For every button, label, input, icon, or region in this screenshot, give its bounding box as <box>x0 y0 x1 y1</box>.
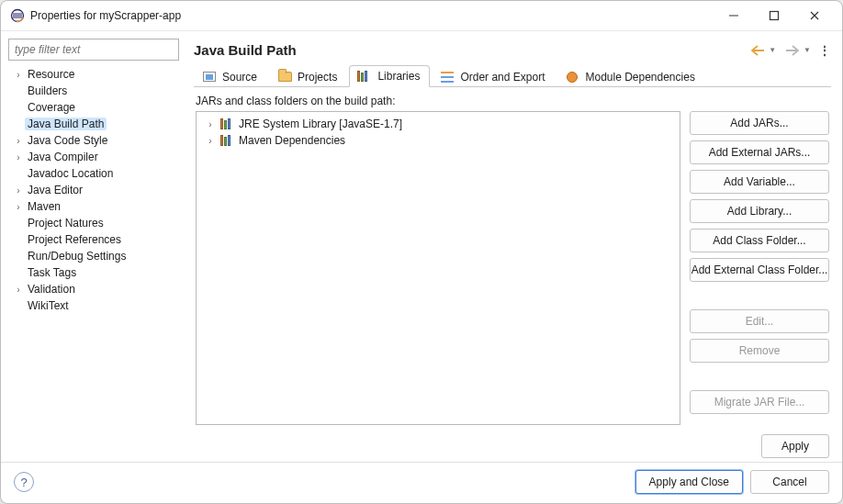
nav-item-run-debug-settings[interactable]: Run/Debug Settings <box>12 248 179 264</box>
apply-and-close-button[interactable]: Apply and Close <box>635 470 743 494</box>
remove-button: Remove <box>690 339 829 363</box>
chevron-right-icon: › <box>12 136 25 146</box>
library-icon <box>220 133 235 148</box>
library-item[interactable]: ›Maven Dependencies <box>200 132 676 149</box>
view-menu-icon[interactable]: ⋮ <box>818 43 831 58</box>
add-jars-button[interactable]: Add JARs... <box>690 111 829 135</box>
chevron-right-icon: › <box>12 185 25 196</box>
titlebar: Properties for myScrapper-app <box>1 1 842 30</box>
tab-libraries[interactable]: Libraries <box>349 65 430 87</box>
tab-source[interactable]: Source <box>194 65 267 87</box>
page-title: Java Build Path <box>194 42 748 58</box>
svg-rect-2 <box>770 12 779 20</box>
nav-item-label: Javadoc Location <box>25 167 116 180</box>
library-item[interactable]: ›JRE System Library [JavaSE-1.7] <box>200 116 676 132</box>
nav-item-label: Maven <box>25 200 63 213</box>
nav-item-maven[interactable]: ›Maven <box>12 198 179 215</box>
nav-item-label: Java Compiler <box>25 151 101 163</box>
nav-item-label: Validation <box>25 283 78 296</box>
order-icon <box>440 70 455 84</box>
chevron-right-icon: › <box>204 119 217 129</box>
nav-tree[interactable]: ›ResourceBuildersCoverageJava Build Path… <box>8 66 179 458</box>
folder-icon <box>277 70 292 84</box>
nav-item-javadoc-location[interactable]: Javadoc Location <box>12 165 179 182</box>
nav-item-label: Java Code Style <box>25 134 110 147</box>
chevron-right-icon: › <box>12 202 25 212</box>
back-button[interactable] <box>748 43 767 58</box>
nav-item-resource[interactable]: ›Resource <box>12 66 179 83</box>
forward-history-dropdown[interactable]: ▼ <box>804 46 811 54</box>
module-icon <box>565 70 579 84</box>
add-class-folder-button[interactable]: Add Class Folder... <box>690 229 829 252</box>
nav-item-coverage[interactable]: Coverage <box>12 99 179 116</box>
tab-order-and-export[interactable]: Order and Export <box>432 65 555 87</box>
nav-item-label: Java Build Path <box>25 118 107 130</box>
chevron-right-icon: › <box>204 136 217 146</box>
nav-item-label: Task Tags <box>25 266 79 279</box>
nav-item-label: Run/Debug Settings <box>25 250 129 263</box>
tab-projects[interactable]: Projects <box>269 65 347 87</box>
maximize-button[interactable] <box>761 6 787 25</box>
add-library-button[interactable]: Add Library... <box>690 199 829 223</box>
nav-item-wikitext[interactable]: WikiText <box>12 297 179 314</box>
properties-dialog: Properties for myScrapper-app ›ResourceB… <box>0 0 843 504</box>
tabs: SourceProjectsLibrariesOrder and ExportM… <box>194 65 831 87</box>
cancel-button[interactable]: Cancel <box>750 470 829 494</box>
window-title: Properties for myScrapper-app <box>30 9 721 22</box>
tab-label: Order and Export <box>460 71 545 84</box>
nav-item-java-compiler[interactable]: ›Java Compiler <box>12 149 179 165</box>
nav-item-task-tags[interactable]: Task Tags <box>12 264 179 281</box>
nav-item-project-references[interactable]: Project References <box>12 231 179 248</box>
library-item-label: JRE System Library [JavaSE-1.7] <box>239 118 402 130</box>
chevron-right-icon: › <box>12 152 25 162</box>
nav-item-java-code-style[interactable]: ›Java Code Style <box>12 132 179 149</box>
add-external-class-folder-button[interactable]: Add External Class Folder... <box>690 258 829 282</box>
minimize-button[interactable] <box>721 6 747 25</box>
back-history-dropdown[interactable]: ▼ <box>769 46 776 54</box>
tab-label: Projects <box>298 71 337 84</box>
nav-item-label: Builders <box>25 84 70 97</box>
source-icon <box>202 70 217 84</box>
section-subtitle: JARs and class folders on the build path… <box>196 95 829 107</box>
main-panel: Java Build Path ▼ ▼ ⋮ SourceProjectsLibr… <box>179 39 835 458</box>
tab-label: Source <box>222 71 257 84</box>
tab-module-dependencies[interactable]: Module Dependencies <box>556 65 704 87</box>
migrate-jar-file-button: Migrate JAR File... <box>690 390 829 414</box>
button-column: Add JARs...Add External JARs...Add Varia… <box>690 111 829 425</box>
nav-item-validation[interactable]: ›Validation <box>12 281 179 297</box>
close-button[interactable] <box>802 6 827 25</box>
filter-input[interactable] <box>8 39 179 61</box>
edit-button: Edit... <box>690 309 829 333</box>
chevron-right-icon: › <box>12 285 25 295</box>
forward-button[interactable] <box>783 43 802 58</box>
sidebar: ›ResourceBuildersCoverageJava Build Path… <box>8 39 179 458</box>
tab-label: Module Dependencies <box>585 71 694 84</box>
dialog-footer: ? Apply and Close Cancel <box>1 462 842 503</box>
nav-item-java-build-path[interactable]: Java Build Path <box>12 116 179 132</box>
libraries-listbox[interactable]: ›JRE System Library [JavaSE-1.7]›Maven D… <box>196 111 680 425</box>
library-item-label: Maven Dependencies <box>239 134 345 147</box>
nav-item-builders[interactable]: Builders <box>12 83 179 99</box>
lib-icon <box>357 69 372 84</box>
tab-label: Libraries <box>377 70 420 83</box>
nav-item-label: Coverage <box>25 101 78 114</box>
help-icon[interactable]: ? <box>14 472 34 492</box>
nav-item-label: Java Editor <box>25 184 85 196</box>
nav-item-label: Project References <box>25 233 124 246</box>
nav-item-project-natures[interactable]: Project Natures <box>12 215 179 231</box>
nav-item-label: Resource <box>25 68 77 81</box>
chevron-right-icon: › <box>12 70 25 80</box>
nav-item-label: Project Natures <box>25 217 107 230</box>
nav-item-label: WikiText <box>25 299 72 312</box>
add-variable-button[interactable]: Add Variable... <box>690 170 829 194</box>
eclipse-icon <box>10 8 25 23</box>
apply-button[interactable]: Apply <box>761 434 829 458</box>
nav-item-java-editor[interactable]: ›Java Editor <box>12 182 179 198</box>
library-icon <box>220 117 235 131</box>
add-external-jars-button[interactable]: Add External JARs... <box>690 140 829 164</box>
